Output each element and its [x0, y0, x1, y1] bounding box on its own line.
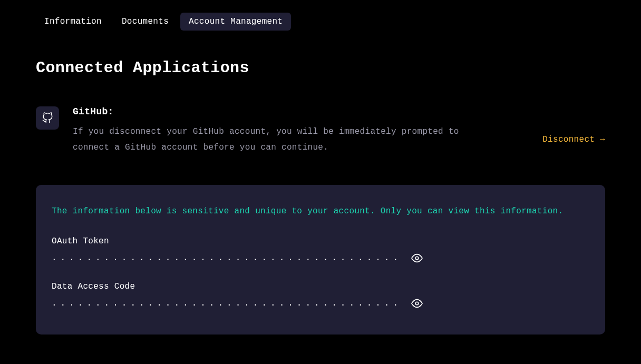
data-access-code-label: Data Access Code	[52, 282, 589, 291]
svg-point-0	[415, 257, 419, 260]
connected-app-row: GitHub: If you disconnect your GitHub ac…	[0, 77, 641, 155]
data-access-code-field: Data Access Code .......................…	[52, 282, 589, 309]
eye-icon	[411, 252, 423, 264]
disconnect-button[interactable]: Disconnect →	[542, 135, 605, 144]
oauth-token-masked: ........................................	[52, 254, 402, 262]
sensitive-note: The information below is sensitive and u…	[52, 204, 589, 220]
eye-icon	[411, 298, 423, 309]
tab-account-management[interactable]: Account Management	[180, 13, 291, 31]
data-access-code-masked: ........................................	[52, 299, 402, 308]
connected-app-description: If you disconnect your GitHub account, y…	[73, 124, 473, 155]
reveal-oauth-token-button[interactable]	[411, 252, 423, 264]
github-icon	[36, 106, 59, 130]
oauth-token-label: OAuth Token	[52, 237, 589, 246]
connected-app-name: GitHub:	[73, 106, 529, 117]
sensitive-panel: The information below is sensitive and u…	[36, 185, 605, 335]
connected-app-body: GitHub: If you disconnect your GitHub ac…	[73, 106, 529, 155]
svg-point-1	[415, 302, 419, 305]
tab-documents[interactable]: Documents	[113, 13, 177, 31]
oauth-token-field: OAuth Token ............................…	[52, 237, 589, 264]
reveal-data-access-code-button[interactable]	[411, 298, 423, 309]
tabs-bar: Information Documents Account Management	[0, 0, 641, 31]
page-title: Connected Applications	[0, 31, 641, 77]
tab-information[interactable]: Information	[36, 13, 110, 31]
